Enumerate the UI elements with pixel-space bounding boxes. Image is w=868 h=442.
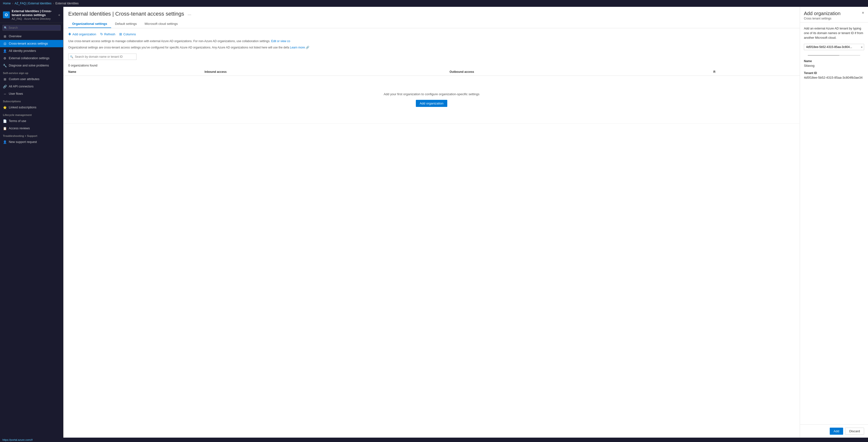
refresh-icon: ↻ [100,32,103,36]
toolbar: ✚ Add organization ↻ Refresh ⊞ Columns [63,28,800,39]
sidebar-item-label-cross-tenant: Cross-tenant access settings [9,42,48,45]
right-panel-title: Add organization [804,11,840,16]
page-header: External Identities | Cross-tenant acces… [63,7,800,28]
custom-user-icon: ⊞ [3,77,7,81]
learn-more-link[interactable]: Learn more [290,46,305,49]
tenant-id-field-value: 4d5f18ee-5b52-4315-85aa-3c804fb3ae34 [804,76,864,79]
empty-state: Add your first organization to configure… [68,78,795,122]
new-support-icon: 👤 [3,140,7,144]
diagnose-icon: 🔧 [3,64,7,67]
user-flows-icon: ↔ [3,92,7,96]
col-header-outbound: Outbound access [444,68,708,76]
results-count: 0 organizations found [63,62,800,68]
sidebar-title: External Identities | Cross-tenant acces… [12,9,56,17]
right-panel-close-button[interactable]: × [862,11,864,15]
tab-ms-cloud-settings[interactable]: Microsoft cloud settings [141,20,182,28]
sidebar-item-all-identity[interactable]: 👤 All identity providers [0,47,63,55]
tenant-id-field-label: Tenant ID [804,71,864,75]
sidebar-item-custom-user-attr[interactable]: ⊞ Custom user attributes [0,75,63,83]
columns-label: Columns [123,32,136,36]
access-reviews-icon: 📋 [3,126,7,130]
empty-state-text: Add your first organization to configure… [384,92,479,96]
sidebar-item-label-all-identity: All identity providers [9,49,36,53]
tab-organizational-settings[interactable]: Organizational settings [68,20,111,28]
sidebar-item-label-custom-user: Custom user attributes [9,77,39,81]
organizations-table: Name Inbound access Outbound access R Ad… [63,68,800,124]
breadcrumb-current: External Identities [55,2,79,5]
sidebar-item-label-diagnose: Diagnose and solve problems [9,64,49,67]
info-text-2: Organizational settings are cross-tenant… [63,45,800,52]
scroll-thumb [808,55,839,56]
search-table-icon: 🔍 [70,55,73,59]
sidebar-item-user-flows[interactable]: ↔ User flows [0,90,63,97]
sidebar-item-external-collab[interactable]: ⚙ External collaboration settings [0,55,63,62]
sidebar-search-icon: 🔍 [4,26,7,30]
tabs: Organizational settings Default settings… [68,20,795,28]
search-bar: 🔍 [63,52,800,62]
sidebar-item-terms-of-use[interactable]: 📄 Terms of use [0,117,63,125]
add-org-label: Add organization [72,32,96,36]
add-organization-button[interactable]: ✚ Add organization [68,31,96,37]
name-field-label: Name [804,60,864,63]
right-panel-footer: Add Discard [800,424,868,438]
right-panel-body: Add an external Azure AD tenant by typin… [800,23,868,424]
empty-state-row: Add your first organization to configure… [63,76,800,124]
terms-icon: 📄 [3,119,7,123]
sidebar-item-label-new-support: New support request [9,140,37,144]
sidebar-item-all-api[interactable]: 🔗 All API connectors [0,83,63,90]
col-header-name: Name [63,68,199,76]
sidebar-subtitle: AZ_FAQ - Azure Active Directory [12,17,56,20]
sidebar-item-overview[interactable]: ⊞ Overview [0,33,63,40]
refresh-button[interactable]: ↻ Refresh [100,31,116,37]
cross-tenant-icon: ⊡ [3,42,7,45]
sidebar-item-new-support[interactable]: 👤 New support request [0,138,63,146]
content-area: External Identities | Cross-tenant acces… [63,7,800,438]
section-lifecycle: Lifecycle management [0,111,63,117]
all-identity-icon: 👤 [3,49,7,53]
app-icon [3,11,10,18]
info-text-1: Use cross-tenant access settings to mana… [63,39,800,45]
add-icon: ✚ [68,32,71,36]
svg-point-1 [6,14,7,15]
empty-add-org-button[interactable]: Add organization [416,100,447,107]
sidebar-item-linked-subs[interactable]: ⭐ Linked subscriptions [0,104,63,111]
table-container: Name Inbound access Outbound access R Ad… [63,68,800,438]
api-icon: 🔗 [3,84,7,89]
add-button[interactable]: Add [830,428,843,435]
edit-view-link[interactable]: Edit or view co [271,39,290,43]
right-panel-subtitle: Cross tenant settings [804,17,840,20]
columns-icon: ⊞ [119,32,122,36]
sidebar-item-label-user-flows: User flows [9,92,23,96]
right-panel-description: Add an external Azure AD tenant by typin… [804,26,864,40]
section-subscriptions: Subscriptions [0,97,63,104]
collapse-button[interactable]: « [58,13,60,17]
sidebar-item-label-access-reviews: Access reviews [9,127,30,130]
sidebar-item-label-linked-subs: Linked subscriptions [9,106,36,109]
tenant-search-input[interactable] [804,44,864,50]
external-collab-icon: ⚙ [3,56,7,60]
linked-subs-icon: ⭐ [3,105,7,109]
search-clear-button[interactable]: × [861,45,863,49]
refresh-label: Refresh [104,32,116,36]
right-panel: Add organization Cross tenant settings ×… [800,7,868,438]
scroll-indicator [808,55,860,56]
discard-button[interactable]: Discard [845,428,864,435]
sidebar-item-cross-tenant[interactable]: ⊡ Cross-tenant access settings [0,40,63,47]
sidebar-item-diagnose[interactable]: 🔧 Diagnose and solve problems [0,62,63,69]
breadcrumb: Home › AZ_FAQ | External Identities › Ex… [0,0,868,7]
sidebar-item-label-overview: Overview [9,35,22,38]
sidebar-item-label-external-collab: External collaboration settings [9,57,50,60]
breadcrumb-home[interactable]: Home [3,2,11,5]
more-options-button[interactable]: … [187,12,191,16]
columns-button[interactable]: ⊞ Columns [119,31,136,37]
breadcrumb-external-identities[interactable]: AZ_FAQ | External Identities [14,2,52,5]
tab-default-settings[interactable]: Default settings [111,20,141,28]
status-bar: https://portal.azure.com/# [0,438,868,442]
sidebar-item-access-reviews[interactable]: 📋 Access reviews [0,125,63,132]
breadcrumb-sep-2: › [53,2,54,5]
page-title: External Identities | Cross-tenant acces… [68,11,184,17]
col-header-inbound: Inbound access [199,68,444,76]
sidebar-search-input[interactable] [2,25,61,31]
domain-search-input[interactable] [68,54,136,60]
breadcrumb-sep-1: › [12,2,13,5]
